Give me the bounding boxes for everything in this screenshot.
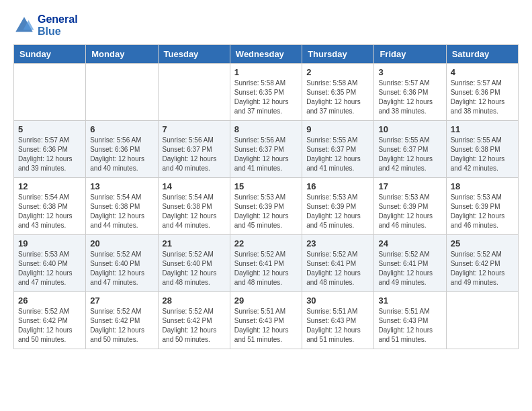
day-number: 22 bbox=[234, 238, 298, 248]
day-info: Sunrise: 5:52 AM Sunset: 6:42 PM Dayligh… bbox=[90, 307, 153, 345]
day-number: 19 bbox=[18, 238, 81, 248]
calendar-cell: 7Sunrise: 5:56 AM Sunset: 6:37 PM Daylig… bbox=[158, 121, 230, 178]
day-number: 18 bbox=[451, 181, 514, 191]
column-header-thursday: Thursday bbox=[302, 45, 374, 64]
calendar-cell: 31Sunrise: 5:51 AM Sunset: 6:43 PM Dayli… bbox=[374, 292, 446, 349]
column-header-sunday: Sunday bbox=[14, 45, 86, 64]
day-info: Sunrise: 5:57 AM Sunset: 6:36 PM Dayligh… bbox=[18, 136, 81, 173]
day-info: Sunrise: 5:54 AM Sunset: 6:38 PM Dayligh… bbox=[90, 193, 153, 230]
day-info: Sunrise: 5:52 AM Sunset: 6:42 PM Dayligh… bbox=[451, 250, 514, 287]
day-info: Sunrise: 5:51 AM Sunset: 6:43 PM Dayligh… bbox=[378, 307, 441, 345]
day-info: Sunrise: 5:52 AM Sunset: 6:42 PM Dayligh… bbox=[163, 307, 226, 345]
column-header-friday: Friday bbox=[374, 45, 446, 64]
day-number: 24 bbox=[378, 238, 441, 248]
calendar-cell bbox=[446, 292, 518, 349]
day-number: 27 bbox=[90, 295, 153, 306]
day-info: Sunrise: 5:53 AM Sunset: 6:39 PM Dayligh… bbox=[306, 193, 369, 230]
day-info: Sunrise: 5:52 AM Sunset: 6:41 PM Dayligh… bbox=[306, 250, 369, 287]
day-info: Sunrise: 5:51 AM Sunset: 6:43 PM Dayligh… bbox=[234, 307, 298, 345]
day-number: 15 bbox=[234, 181, 298, 191]
day-info: Sunrise: 5:54 AM Sunset: 6:38 PM Dayligh… bbox=[18, 193, 81, 230]
calendar-cell: 3Sunrise: 5:57 AM Sunset: 6:36 PM Daylig… bbox=[374, 64, 446, 121]
day-number: 1 bbox=[234, 67, 298, 77]
day-number: 13 bbox=[90, 181, 153, 191]
day-number: 6 bbox=[90, 124, 153, 134]
day-info: Sunrise: 5:58 AM Sunset: 6:35 PM Dayligh… bbox=[234, 79, 298, 116]
calendar-cell: 17Sunrise: 5:53 AM Sunset: 6:39 PM Dayli… bbox=[374, 178, 446, 235]
day-info: Sunrise: 5:58 AM Sunset: 6:35 PM Dayligh… bbox=[306, 79, 369, 116]
day-info: Sunrise: 5:52 AM Sunset: 6:42 PM Dayligh… bbox=[18, 307, 81, 345]
day-info: Sunrise: 5:51 AM Sunset: 6:43 PM Dayligh… bbox=[306, 307, 369, 345]
day-info: Sunrise: 5:55 AM Sunset: 6:38 PM Dayligh… bbox=[451, 136, 514, 173]
day-number: 30 bbox=[306, 295, 369, 306]
day-number: 3 bbox=[378, 67, 441, 77]
calendar-cell: 19Sunrise: 5:53 AM Sunset: 6:40 PM Dayli… bbox=[14, 235, 86, 292]
day-info: Sunrise: 5:52 AM Sunset: 6:40 PM Dayligh… bbox=[163, 250, 226, 287]
page-header: General Blue bbox=[13, 13, 519, 38]
calendar-cell: 1Sunrise: 5:58 AM Sunset: 6:35 PM Daylig… bbox=[230, 64, 302, 121]
calendar-cell bbox=[86, 64, 158, 121]
day-info: Sunrise: 5:56 AM Sunset: 6:37 PM Dayligh… bbox=[163, 136, 226, 173]
calendar-cell: 12Sunrise: 5:54 AM Sunset: 6:38 PM Dayli… bbox=[14, 178, 86, 235]
calendar-cell: 16Sunrise: 5:53 AM Sunset: 6:39 PM Dayli… bbox=[302, 178, 374, 235]
day-info: Sunrise: 5:54 AM Sunset: 6:38 PM Dayligh… bbox=[163, 193, 226, 230]
day-number: 23 bbox=[306, 238, 369, 248]
day-number: 9 bbox=[306, 124, 369, 134]
day-number: 10 bbox=[378, 124, 441, 134]
calendar-cell: 27Sunrise: 5:52 AM Sunset: 6:42 PM Dayli… bbox=[86, 292, 158, 349]
calendar-cell bbox=[14, 64, 86, 121]
day-number: 20 bbox=[90, 238, 153, 248]
day-number: 31 bbox=[378, 295, 441, 306]
day-info: Sunrise: 5:56 AM Sunset: 6:37 PM Dayligh… bbox=[234, 136, 298, 173]
day-info: Sunrise: 5:57 AM Sunset: 6:36 PM Dayligh… bbox=[378, 79, 441, 116]
calendar-cell: 22Sunrise: 5:52 AM Sunset: 6:41 PM Dayli… bbox=[230, 235, 302, 292]
day-info: Sunrise: 5:52 AM Sunset: 6:41 PM Dayligh… bbox=[378, 250, 441, 287]
day-number: 5 bbox=[18, 124, 81, 134]
calendar-week-4: 19Sunrise: 5:53 AM Sunset: 6:40 PM Dayli… bbox=[14, 235, 519, 292]
day-info: Sunrise: 5:53 AM Sunset: 6:39 PM Dayligh… bbox=[378, 193, 441, 230]
day-info: Sunrise: 5:52 AM Sunset: 6:40 PM Dayligh… bbox=[90, 250, 153, 287]
calendar-week-3: 12Sunrise: 5:54 AM Sunset: 6:38 PM Dayli… bbox=[14, 178, 519, 235]
calendar-cell: 26Sunrise: 5:52 AM Sunset: 6:42 PM Dayli… bbox=[14, 292, 86, 349]
calendar-cell: 13Sunrise: 5:54 AM Sunset: 6:38 PM Dayli… bbox=[86, 178, 158, 235]
calendar-week-1: 1Sunrise: 5:58 AM Sunset: 6:35 PM Daylig… bbox=[14, 64, 519, 121]
day-info: Sunrise: 5:55 AM Sunset: 6:37 PM Dayligh… bbox=[306, 136, 369, 173]
logo-icon bbox=[13, 15, 35, 36]
calendar-cell: 11Sunrise: 5:55 AM Sunset: 6:38 PM Dayli… bbox=[446, 121, 518, 178]
day-number: 28 bbox=[163, 295, 226, 306]
calendar-cell: 24Sunrise: 5:52 AM Sunset: 6:41 PM Dayli… bbox=[374, 235, 446, 292]
calendar-cell: 28Sunrise: 5:52 AM Sunset: 6:42 PM Dayli… bbox=[158, 292, 230, 349]
calendar-week-2: 5Sunrise: 5:57 AM Sunset: 6:36 PM Daylig… bbox=[14, 121, 519, 178]
calendar-week-5: 26Sunrise: 5:52 AM Sunset: 6:42 PM Dayli… bbox=[14, 292, 519, 349]
day-number: 16 bbox=[306, 181, 369, 191]
calendar-cell: 4Sunrise: 5:57 AM Sunset: 6:36 PM Daylig… bbox=[446, 64, 518, 121]
column-header-tuesday: Tuesday bbox=[158, 45, 230, 64]
day-number: 21 bbox=[163, 238, 226, 248]
day-info: Sunrise: 5:57 AM Sunset: 6:36 PM Dayligh… bbox=[451, 79, 514, 116]
column-header-wednesday: Wednesday bbox=[230, 45, 302, 64]
calendar-table: SundayMondayTuesdayWednesdayThursdayFrid… bbox=[13, 44, 519, 349]
calendar-cell: 15Sunrise: 5:53 AM Sunset: 6:39 PM Dayli… bbox=[230, 178, 302, 235]
calendar-cell: 20Sunrise: 5:52 AM Sunset: 6:40 PM Dayli… bbox=[86, 235, 158, 292]
calendar-cell: 29Sunrise: 5:51 AM Sunset: 6:43 PM Dayli… bbox=[230, 292, 302, 349]
day-number: 12 bbox=[18, 181, 81, 191]
calendar-cell: 5Sunrise: 5:57 AM Sunset: 6:36 PM Daylig… bbox=[14, 121, 86, 178]
calendar-cell: 25Sunrise: 5:52 AM Sunset: 6:42 PM Dayli… bbox=[446, 235, 518, 292]
calendar-cell: 10Sunrise: 5:55 AM Sunset: 6:37 PM Dayli… bbox=[374, 121, 446, 178]
day-info: Sunrise: 5:52 AM Sunset: 6:41 PM Dayligh… bbox=[234, 250, 298, 287]
day-number: 2 bbox=[306, 67, 369, 77]
calendar-cell bbox=[158, 64, 230, 121]
day-info: Sunrise: 5:53 AM Sunset: 6:39 PM Dayligh… bbox=[451, 193, 514, 230]
day-number: 29 bbox=[234, 295, 298, 306]
day-info: Sunrise: 5:55 AM Sunset: 6:37 PM Dayligh… bbox=[378, 136, 441, 173]
calendar-header-row: SundayMondayTuesdayWednesdayThursdayFrid… bbox=[14, 45, 519, 64]
calendar-cell: 8Sunrise: 5:56 AM Sunset: 6:37 PM Daylig… bbox=[230, 121, 302, 178]
logo: General Blue bbox=[13, 13, 78, 38]
day-number: 26 bbox=[18, 295, 81, 306]
column-header-saturday: Saturday bbox=[446, 45, 518, 64]
day-number: 8 bbox=[234, 124, 298, 134]
calendar-cell: 9Sunrise: 5:55 AM Sunset: 6:37 PM Daylig… bbox=[302, 121, 374, 178]
calendar-cell: 2Sunrise: 5:58 AM Sunset: 6:35 PM Daylig… bbox=[302, 64, 374, 121]
column-header-monday: Monday bbox=[86, 45, 158, 64]
logo-text: General Blue bbox=[38, 13, 78, 38]
